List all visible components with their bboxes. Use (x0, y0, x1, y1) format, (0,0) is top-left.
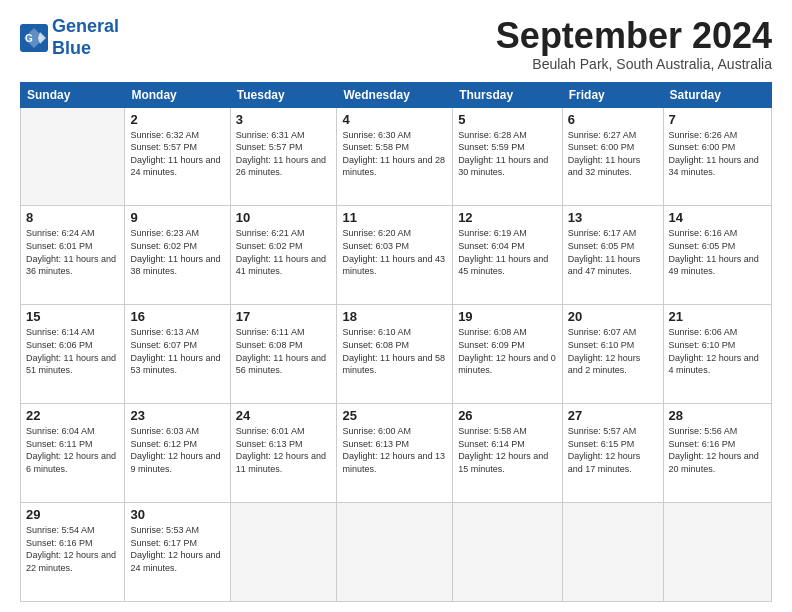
table-row: 27Sunrise: 5:57 AMSunset: 6:15 PMDayligh… (562, 404, 663, 503)
table-row (453, 503, 563, 602)
day-number: 18 (342, 309, 447, 324)
day-number: 11 (342, 210, 447, 225)
day-number: 17 (236, 309, 332, 324)
table-row: 2Sunrise: 6:32 AMSunset: 5:57 PMDaylight… (125, 107, 230, 206)
day-info: Sunrise: 6:00 AMSunset: 6:13 PMDaylight:… (342, 425, 447, 475)
day-info: Sunrise: 5:56 AMSunset: 6:16 PMDaylight:… (669, 425, 766, 475)
col-tuesday: Tuesday (230, 82, 337, 107)
table-row: 7Sunrise: 6:26 AMSunset: 6:00 PMDaylight… (663, 107, 771, 206)
day-number: 25 (342, 408, 447, 423)
day-number: 20 (568, 309, 658, 324)
logo: G General Blue (20, 16, 119, 59)
table-row: 13Sunrise: 6:17 AMSunset: 6:05 PMDayligh… (562, 206, 663, 305)
day-number: 19 (458, 309, 557, 324)
calendar-row: 8Sunrise: 6:24 AMSunset: 6:01 PMDaylight… (21, 206, 772, 305)
day-number: 2 (130, 112, 224, 127)
day-number: 5 (458, 112, 557, 127)
table-row: 8Sunrise: 6:24 AMSunset: 6:01 PMDaylight… (21, 206, 125, 305)
day-info: Sunrise: 6:13 AMSunset: 6:07 PMDaylight:… (130, 326, 224, 376)
day-number: 8 (26, 210, 119, 225)
table-row: 6Sunrise: 6:27 AMSunset: 6:00 PMDaylight… (562, 107, 663, 206)
day-info: Sunrise: 5:53 AMSunset: 6:17 PMDaylight:… (130, 524, 224, 574)
day-info: Sunrise: 6:14 AMSunset: 6:06 PMDaylight:… (26, 326, 119, 376)
day-number: 30 (130, 507, 224, 522)
day-number: 14 (669, 210, 766, 225)
header: G General Blue September 2024 Beulah Par… (20, 16, 772, 72)
table-row (21, 107, 125, 206)
day-number: 28 (669, 408, 766, 423)
day-info: Sunrise: 6:07 AMSunset: 6:10 PMDaylight:… (568, 326, 658, 376)
day-info: Sunrise: 6:03 AMSunset: 6:12 PMDaylight:… (130, 425, 224, 475)
day-info: Sunrise: 6:20 AMSunset: 6:03 PMDaylight:… (342, 227, 447, 277)
table-row: 10Sunrise: 6:21 AMSunset: 6:02 PMDayligh… (230, 206, 337, 305)
day-info: Sunrise: 6:01 AMSunset: 6:13 PMDaylight:… (236, 425, 332, 475)
calendar-row: 2Sunrise: 6:32 AMSunset: 5:57 PMDaylight… (21, 107, 772, 206)
day-number: 6 (568, 112, 658, 127)
title-block: September 2024 Beulah Park, South Austra… (496, 16, 772, 72)
day-info: Sunrise: 6:17 AMSunset: 6:05 PMDaylight:… (568, 227, 658, 277)
day-info: Sunrise: 6:21 AMSunset: 6:02 PMDaylight:… (236, 227, 332, 277)
day-info: Sunrise: 6:23 AMSunset: 6:02 PMDaylight:… (130, 227, 224, 277)
table-row: 14Sunrise: 6:16 AMSunset: 6:05 PMDayligh… (663, 206, 771, 305)
table-row: 17Sunrise: 6:11 AMSunset: 6:08 PMDayligh… (230, 305, 337, 404)
col-saturday: Saturday (663, 82, 771, 107)
logo-icon: G (20, 24, 48, 52)
day-info: Sunrise: 5:57 AMSunset: 6:15 PMDaylight:… (568, 425, 658, 475)
day-number: 16 (130, 309, 224, 324)
logo-blue: Blue (52, 38, 91, 58)
day-info: Sunrise: 6:32 AMSunset: 5:57 PMDaylight:… (130, 129, 224, 179)
day-info: Sunrise: 6:16 AMSunset: 6:05 PMDaylight:… (669, 227, 766, 277)
day-info: Sunrise: 5:58 AMSunset: 6:14 PMDaylight:… (458, 425, 557, 475)
col-monday: Monday (125, 82, 230, 107)
day-number: 22 (26, 408, 119, 423)
day-number: 29 (26, 507, 119, 522)
col-wednesday: Wednesday (337, 82, 453, 107)
day-info: Sunrise: 6:26 AMSunset: 6:00 PMDaylight:… (669, 129, 766, 179)
table-row (663, 503, 771, 602)
day-number: 15 (26, 309, 119, 324)
table-row: 22Sunrise: 6:04 AMSunset: 6:11 PMDayligh… (21, 404, 125, 503)
calendar-table: Sunday Monday Tuesday Wednesday Thursday… (20, 82, 772, 602)
table-row: 9Sunrise: 6:23 AMSunset: 6:02 PMDaylight… (125, 206, 230, 305)
table-row: 24Sunrise: 6:01 AMSunset: 6:13 PMDayligh… (230, 404, 337, 503)
table-row: 30Sunrise: 5:53 AMSunset: 6:17 PMDayligh… (125, 503, 230, 602)
day-info: Sunrise: 6:11 AMSunset: 6:08 PMDaylight:… (236, 326, 332, 376)
day-info: Sunrise: 6:27 AMSunset: 6:00 PMDaylight:… (568, 129, 658, 179)
day-info: Sunrise: 6:24 AMSunset: 6:01 PMDaylight:… (26, 227, 119, 277)
day-info: Sunrise: 6:19 AMSunset: 6:04 PMDaylight:… (458, 227, 557, 277)
table-row: 29Sunrise: 5:54 AMSunset: 6:16 PMDayligh… (21, 503, 125, 602)
header-row: Sunday Monday Tuesday Wednesday Thursday… (21, 82, 772, 107)
table-row: 19Sunrise: 6:08 AMSunset: 6:09 PMDayligh… (453, 305, 563, 404)
calendar-page: G General Blue September 2024 Beulah Par… (0, 0, 792, 612)
table-row: 15Sunrise: 6:14 AMSunset: 6:06 PMDayligh… (21, 305, 125, 404)
table-row: 4Sunrise: 6:30 AMSunset: 5:58 PMDaylight… (337, 107, 453, 206)
table-row: 3Sunrise: 6:31 AMSunset: 5:57 PMDaylight… (230, 107, 337, 206)
table-row: 5Sunrise: 6:28 AMSunset: 5:59 PMDaylight… (453, 107, 563, 206)
logo-text: General Blue (52, 16, 119, 59)
table-row (230, 503, 337, 602)
day-info: Sunrise: 6:10 AMSunset: 6:08 PMDaylight:… (342, 326, 447, 376)
day-info: Sunrise: 5:54 AMSunset: 6:16 PMDaylight:… (26, 524, 119, 574)
table-row (562, 503, 663, 602)
day-number: 9 (130, 210, 224, 225)
month-title: September 2024 (496, 16, 772, 56)
day-number: 27 (568, 408, 658, 423)
day-info: Sunrise: 6:08 AMSunset: 6:09 PMDaylight:… (458, 326, 557, 376)
table-row: 11Sunrise: 6:20 AMSunset: 6:03 PMDayligh… (337, 206, 453, 305)
day-info: Sunrise: 6:04 AMSunset: 6:11 PMDaylight:… (26, 425, 119, 475)
table-row: 21Sunrise: 6:06 AMSunset: 6:10 PMDayligh… (663, 305, 771, 404)
day-number: 7 (669, 112, 766, 127)
day-number: 13 (568, 210, 658, 225)
table-row (337, 503, 453, 602)
table-row: 26Sunrise: 5:58 AMSunset: 6:14 PMDayligh… (453, 404, 563, 503)
day-number: 10 (236, 210, 332, 225)
table-row: 28Sunrise: 5:56 AMSunset: 6:16 PMDayligh… (663, 404, 771, 503)
table-row: 23Sunrise: 6:03 AMSunset: 6:12 PMDayligh… (125, 404, 230, 503)
day-number: 3 (236, 112, 332, 127)
day-info: Sunrise: 6:28 AMSunset: 5:59 PMDaylight:… (458, 129, 557, 179)
day-number: 21 (669, 309, 766, 324)
day-number: 12 (458, 210, 557, 225)
day-number: 24 (236, 408, 332, 423)
calendar-row: 15Sunrise: 6:14 AMSunset: 6:06 PMDayligh… (21, 305, 772, 404)
day-info: Sunrise: 6:30 AMSunset: 5:58 PMDaylight:… (342, 129, 447, 179)
